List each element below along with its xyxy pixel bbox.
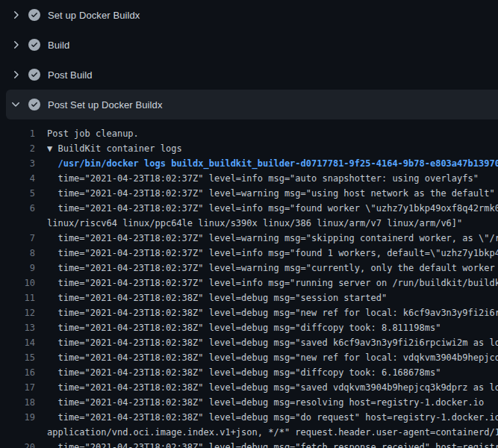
chevron-right-icon[interactable] xyxy=(10,9,22,21)
command-text: /usr/bin/docker logs buildx_buildkit_bui… xyxy=(47,156,498,171)
step-row-post-set-up-docker-buildx[interactable]: Post Set up Docker Buildx xyxy=(6,90,498,119)
step-list: Set up Docker BuildxBuildPost BuildPost … xyxy=(0,0,498,119)
line-text: time="2021-04-23T18:02:38Z" level=debug … xyxy=(47,290,387,305)
step-label: Post Set up Docker Buildx xyxy=(48,99,163,111)
line-text: time="2021-04-23T18:02:38Z" level=debug … xyxy=(47,440,498,448)
log-line: 3 /usr/bin/docker logs buildx_buildkit_b… xyxy=(6,156,498,171)
line-number[interactable]: 8 xyxy=(6,246,35,261)
line-text: time="2021-04-23T18:02:37Z" level=warnin… xyxy=(47,261,498,276)
log-line: 9 time="2021-04-23T18:02:37Z" level=warn… xyxy=(6,261,498,276)
line-number[interactable]: 11 xyxy=(6,290,35,305)
line-text: time="2021-04-23T18:02:38Z" level=debug … xyxy=(47,365,441,380)
actions-log-viewer: Set up Docker BuildxBuildPost BuildPost … xyxy=(0,0,498,448)
step-row-set-up-docker-buildx[interactable]: Set up Docker Buildx xyxy=(0,0,498,30)
line-text: time="2021-04-23T18:02:37Z" level=info m… xyxy=(47,201,498,216)
line-text: time="2021-04-23T18:02:38Z" level=debug … xyxy=(47,335,498,350)
line-number[interactable]: 17 xyxy=(6,380,35,395)
log-line: 6 time="2021-04-23T18:02:37Z" level=info… xyxy=(6,201,498,216)
line-text: time="2021-04-23T18:02:38Z" level=debug … xyxy=(47,305,498,320)
line-number[interactable]: 5 xyxy=(6,186,35,201)
line-number[interactable]: 14 xyxy=(6,335,35,350)
log-line: 12 time="2021-04-23T18:02:38Z" level=deb… xyxy=(6,305,498,320)
line-text: time="2021-04-23T18:02:38Z" level=debug … xyxy=(47,320,441,335)
step-label: Set up Docker Buildx xyxy=(48,10,140,21)
chevron-down-icon[interactable] xyxy=(10,99,22,111)
log-line: 10 time="2021-04-23T18:02:37Z" level=inf… xyxy=(6,276,498,290)
chevron-right-icon[interactable] xyxy=(10,39,22,51)
group-toggle[interactable]: ▼ BuildKit container logs xyxy=(47,141,182,156)
line-number[interactable]: 15 xyxy=(6,350,35,365)
line-number[interactable]: 4 xyxy=(6,171,35,186)
line-number[interactable]: 13 xyxy=(6,320,35,335)
log-line: 4 time="2021-04-23T18:02:37Z" level=info… xyxy=(6,171,498,186)
log-line: 13 time="2021-04-23T18:02:38Z" level=deb… xyxy=(6,320,498,335)
line-number[interactable]: 3 xyxy=(6,156,35,171)
log-line: 18 time="2021-04-23T18:02:38Z" level=deb… xyxy=(6,395,498,410)
log-line: 17 time="2021-04-23T18:02:38Z" level=deb… xyxy=(6,380,498,395)
line-text: time="2021-04-23T18:02:37Z" level=info m… xyxy=(47,276,498,290)
step-label: Post Build xyxy=(48,69,93,81)
line-number[interactable]: 19 xyxy=(6,410,35,425)
line-text: linux/riscv64 linux/ppc64le linux/s390x … xyxy=(47,216,462,231)
log-line: 2▼ BuildKit container logs xyxy=(6,141,498,156)
step-label: Build xyxy=(48,40,69,51)
log-line: linux/riscv64 linux/ppc64le linux/s390x … xyxy=(6,216,498,231)
line-number[interactable]: 9 xyxy=(6,261,35,276)
check-circle-icon xyxy=(28,9,40,21)
line-text: time="2021-04-23T18:02:38Z" level=debug … xyxy=(47,380,498,395)
line-number[interactable]: 2 xyxy=(6,141,35,156)
line-number[interactable]: 12 xyxy=(6,305,35,320)
line-text: time="2021-04-23T18:02:38Z" level=debug … xyxy=(47,410,498,425)
log-line: 7 time="2021-04-23T18:02:37Z" level=warn… xyxy=(6,231,498,246)
line-number[interactable]: 6 xyxy=(6,201,35,216)
log-line: 8 time="2021-04-23T18:02:37Z" level=info… xyxy=(6,246,498,261)
line-text: time="2021-04-23T18:02:38Z" level=debug … xyxy=(47,350,498,365)
log-area: 1Post job cleanup.2▼ BuildKit container … xyxy=(0,119,498,448)
line-number[interactable]: 18 xyxy=(6,395,35,410)
step-row-build[interactable]: Build xyxy=(0,30,498,60)
line-text: time="2021-04-23T18:02:37Z" level=warnin… xyxy=(47,231,498,246)
log-line: application/vnd.oci.image.index.v1+json,… xyxy=(6,425,498,440)
log-line: 1Post job cleanup. xyxy=(6,126,498,141)
log-lines: 1Post job cleanup.2▼ BuildKit container … xyxy=(6,126,498,448)
line-number[interactable]: 10 xyxy=(6,276,35,290)
log-line: 20 time="2021-04-23T18:02:38Z" level=deb… xyxy=(6,440,498,448)
line-text: time="2021-04-23T18:02:37Z" level=info m… xyxy=(47,246,498,261)
chevron-right-icon[interactable] xyxy=(10,69,22,81)
log-line: 11 time="2021-04-23T18:02:38Z" level=deb… xyxy=(6,290,498,305)
log-line: 14 time="2021-04-23T18:02:38Z" level=deb… xyxy=(6,335,498,350)
log-line: 15 time="2021-04-23T18:02:38Z" level=deb… xyxy=(6,350,498,365)
check-circle-icon xyxy=(28,69,40,81)
line-number[interactable]: 1 xyxy=(6,126,35,141)
check-circle-icon xyxy=(28,99,40,111)
log-line: 16 time="2021-04-23T18:02:38Z" level=deb… xyxy=(6,365,498,380)
line-number[interactable]: 16 xyxy=(6,365,35,380)
log-line: 19 time="2021-04-23T18:02:38Z" level=deb… xyxy=(6,410,498,425)
line-number xyxy=(6,425,35,440)
check-circle-icon xyxy=(28,39,40,51)
line-number xyxy=(6,216,35,231)
line-text: time="2021-04-23T18:02:38Z" level=debug … xyxy=(47,395,484,410)
line-text: application/vnd.oci.image.index.v1+json,… xyxy=(47,425,498,440)
log-line: 5 time="2021-04-23T18:02:37Z" level=warn… xyxy=(6,186,498,201)
step-row-post-build[interactable]: Post Build xyxy=(0,60,498,90)
line-text: time="2021-04-23T18:02:37Z" level=warnin… xyxy=(47,186,495,201)
line-number[interactable]: 20 xyxy=(6,440,35,448)
line-text: time="2021-04-23T18:02:37Z" level=info m… xyxy=(47,171,479,186)
line-number[interactable]: 7 xyxy=(6,231,35,246)
line-text: Post job cleanup. xyxy=(47,126,139,141)
